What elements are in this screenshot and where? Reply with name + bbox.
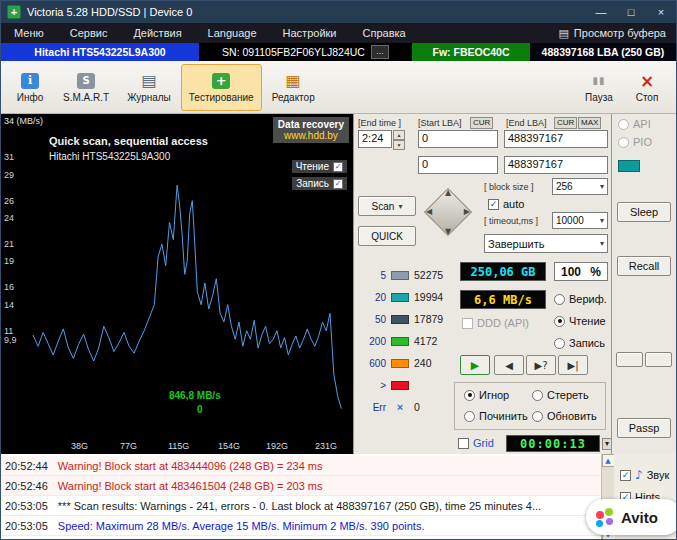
sound-icon: ♪ xyxy=(635,468,643,482)
log-text: *** Scan results: Warnings - 241, errors… xyxy=(58,500,541,512)
timeout-select[interactable]: 10000 ▾ xyxy=(552,212,608,229)
latency-row: 50 17879 xyxy=(360,308,456,330)
menu-item-actions[interactable]: Действия xyxy=(120,27,194,39)
latency-count: 52275 xyxy=(414,269,443,281)
passport-button[interactable]: Passp xyxy=(617,418,671,438)
info-button[interactable]: i Инфо xyxy=(7,64,53,111)
legend-read-toggle[interactable]: Чтение ✓ xyxy=(292,160,347,173)
sound-checkbox[interactable]: ✓ ♪ Звук xyxy=(620,468,672,482)
stop-button[interactable]: × Стоп xyxy=(624,64,670,111)
graph-title: Quick scan, sequential access xyxy=(49,135,208,147)
start-lba-cur-button[interactable]: CUR xyxy=(470,117,493,129)
auto-checkbox[interactable]: ✓ auto xyxy=(488,198,524,210)
action-ignore-radio[interactable]: Игнор xyxy=(464,389,509,401)
pause-label: Пауза xyxy=(585,92,613,103)
menu-item-menu[interactable]: Меню xyxy=(1,27,57,39)
auto-checkbox-box[interactable]: ✓ xyxy=(488,199,499,210)
spinner-down-icon[interactable]: ▼ xyxy=(393,140,405,150)
start-test-button[interactable]: ▶ xyxy=(460,355,490,375)
nav-down-icon[interactable]: ▼ xyxy=(445,227,451,236)
info-icon: i xyxy=(21,73,39,89)
x-axis-tick: 115G xyxy=(168,441,189,451)
sound-checkbox-box[interactable]: ✓ xyxy=(620,470,631,481)
end-time-spinner[interactable]: ▲ ▼ xyxy=(393,130,405,148)
latency-count: 4172 xyxy=(414,335,437,347)
end-lba-max-button[interactable]: MAX xyxy=(578,117,601,129)
log-text: Warning! Block start at 483461504 (248 G… xyxy=(58,480,323,492)
latency-row: 20 19994 xyxy=(360,286,456,308)
scroll-up-button[interactable]: ▲ xyxy=(602,454,615,467)
testing-button[interactable]: + Тестирование xyxy=(181,64,262,111)
close-button[interactable]: × xyxy=(646,1,676,23)
menu-item-service[interactable]: Сервис xyxy=(57,27,121,39)
spinner-up-icon[interactable]: ▲ xyxy=(393,130,405,140)
start-lba-field[interactable]: 0 xyxy=(418,130,498,148)
pause-button[interactable]: ▮▮ Пауза xyxy=(576,64,622,111)
action-erase-radio[interactable]: Стереть xyxy=(532,389,589,401)
y-axis-tick: 14 xyxy=(4,300,14,310)
minimize-button[interactable]: — xyxy=(586,1,616,23)
block-size-select[interactable]: 256 ▾ xyxy=(552,178,608,195)
grid-checkbox-box[interactable] xyxy=(458,438,469,449)
legend-write-toggle[interactable]: Запись ✓ xyxy=(292,177,347,190)
buffer-view-toggle[interactable]: ▤ Просмотр буфера xyxy=(558,27,676,40)
api-label: API xyxy=(633,118,651,130)
aux-button-2[interactable] xyxy=(645,352,672,367)
nav-right-icon[interactable]: ▶ xyxy=(464,207,470,216)
menu-item-help[interactable]: Справка xyxy=(350,27,419,39)
remaining-lba-field[interactable]: 488397167 xyxy=(504,156,608,174)
nav-up-icon[interactable]: ▲ xyxy=(445,188,451,197)
latency-color-block xyxy=(391,381,409,390)
recall-button[interactable]: Recall xyxy=(617,256,671,276)
block-size-label: [ block size ] xyxy=(484,182,534,192)
legend-write-checkbox[interactable]: ✓ xyxy=(333,179,343,189)
mode-read-radio[interactable]: Чтение xyxy=(554,315,606,327)
legend-write-label: Запись xyxy=(296,178,329,189)
end-lba-cur-button[interactable]: CUR xyxy=(554,117,577,129)
action-refresh-radio[interactable]: Обновить xyxy=(532,410,597,422)
api-radio[interactable]: API xyxy=(618,118,651,130)
buffer-view-icon: ▤ xyxy=(558,27,568,40)
ddd-api-checkbox-box[interactable] xyxy=(462,318,473,329)
sleep-button[interactable]: Sleep xyxy=(617,202,671,222)
aux-button-1[interactable] xyxy=(616,352,643,367)
action-repair-radio[interactable]: Починить xyxy=(464,410,528,422)
log-row: 20:53:05 Speed: Maximum 28 MB/s. Average… xyxy=(1,516,601,536)
radio-dot xyxy=(554,294,565,305)
end-time-field[interactable]: 2:24 xyxy=(358,130,392,148)
rewind-button[interactable]: ◀ xyxy=(494,355,524,375)
maximize-button[interactable]: □ xyxy=(616,1,646,23)
nav-left-icon[interactable]: ◀ xyxy=(426,207,432,216)
finish-action-select[interactable]: Завершить ▾ xyxy=(484,234,608,253)
grid-checkbox[interactable]: Grid xyxy=(458,437,494,449)
latency-threshold: > xyxy=(360,380,386,391)
jump-to-defect-button[interactable]: ▶? xyxy=(526,355,556,375)
legend-read-checkbox[interactable]: ✓ xyxy=(333,162,343,172)
serial-more-button[interactable]: ... xyxy=(371,45,389,59)
current-lba-field[interactable]: 0 xyxy=(418,156,498,174)
menu-item-settings[interactable]: Настройки xyxy=(270,27,350,39)
pio-radio[interactable]: PIO xyxy=(618,136,652,148)
grid-label: Grid xyxy=(473,437,494,449)
scan-dropdown-button[interactable]: Scan ▾ xyxy=(358,196,416,216)
device-side-panel: API PIO Sleep Recall Passp xyxy=(611,114,677,454)
editor-button[interactable]: ▦ Редактор xyxy=(264,64,323,111)
mode-verify-radio[interactable]: Вериф. xyxy=(554,293,607,305)
logs-button[interactable]: ▤ Журналы xyxy=(119,64,179,111)
latency-row: 5 52275 xyxy=(360,264,456,286)
menu-item-language[interactable]: Language xyxy=(195,27,270,39)
end-lba-field[interactable]: 488397167 xyxy=(504,130,608,148)
radio-dot xyxy=(532,411,543,422)
progress-gb-display: 250,06 GB xyxy=(460,262,546,281)
navigation-pad[interactable]: ▲ ▼ ◀ ▶ xyxy=(422,186,474,238)
action-ignore-label: Игнор xyxy=(479,389,509,401)
latency-count: 240 xyxy=(414,357,432,369)
radio-dot xyxy=(554,338,565,349)
skip-button[interactable]: ▶| xyxy=(558,355,588,375)
ddd-api-checkbox[interactable]: DDD (API) xyxy=(462,317,529,329)
quick-button[interactable]: QUICK xyxy=(358,226,416,246)
title-bar: + Victoria 5.28 HDD/SSD | Device 0 — □ × xyxy=(1,1,676,23)
x-axis-tick: 192G xyxy=(266,441,288,451)
smart-button[interactable]: S S.M.A.R.T xyxy=(55,64,117,111)
mode-write-radio[interactable]: Запись xyxy=(554,337,605,349)
